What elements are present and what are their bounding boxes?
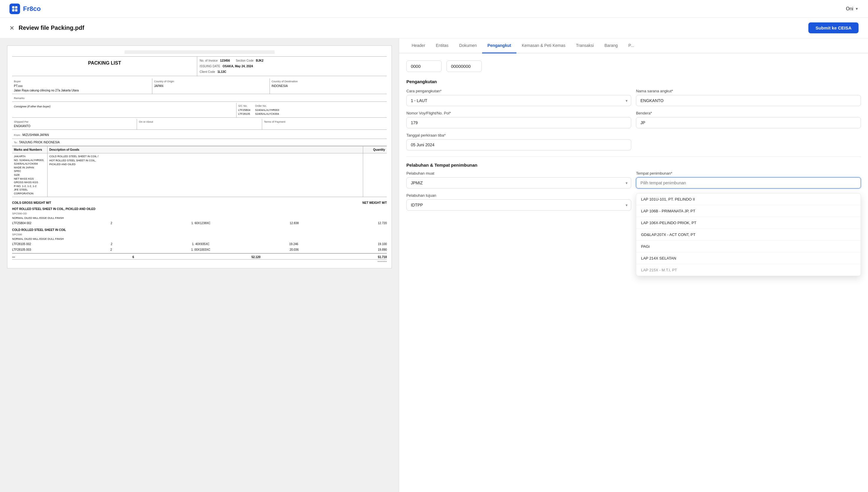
terms-label: Terms of Payment bbox=[264, 120, 385, 124]
page-title: Review file Packing.pdf bbox=[19, 24, 84, 31]
sc-1: LTF25B04 bbox=[238, 108, 250, 113]
svg-rect-1 bbox=[15, 6, 18, 8]
sc-no-cell: S/C No. LTF25B04 LTF28105 Order No. S240… bbox=[236, 103, 387, 117]
coil-row-2a: LTF28105 002 2 1. 40X935XC 19.246 19.100 bbox=[12, 242, 387, 246]
doc-buyer-row: Buyer PT.xxx Jalan Raya cakung cilincing… bbox=[12, 78, 387, 94]
marks-text: JAKARTA NO. S2404ALALYHR003, S2405ALALYC… bbox=[12, 153, 48, 197]
logo-icon bbox=[9, 3, 20, 14]
dropdown-item-3[interactable]: GD&LAP.207X - ACT CONT, PT bbox=[636, 229, 861, 241]
tab-pengangkut[interactable]: Pengangkut bbox=[482, 38, 516, 53]
total-qty: 6 bbox=[133, 255, 134, 259]
tujuan-field: Pelabuhan tujuan IDTPP ▾ bbox=[406, 193, 631, 276]
tab-dokumen[interactable]: Dokumen bbox=[454, 38, 482, 53]
top-fields-row: 0000 00000000 bbox=[406, 60, 861, 72]
coil-code-2a: LTF28105 002 bbox=[12, 242, 31, 246]
user-name: Oni bbox=[846, 6, 853, 11]
pelabuhan-section: Pelabuhan & Tempat penimbunan Pelabuhan … bbox=[406, 163, 861, 276]
order-1: S2404ALALYHR003 bbox=[255, 108, 279, 113]
cara-select-wrapper: 1 - LAUT ▾ bbox=[406, 95, 631, 106]
buyer-cell: Buyer PT.xxx Jalan Raya cakung cilincing… bbox=[12, 78, 153, 94]
sc-label: S/C No. bbox=[238, 104, 250, 108]
nw-header-label: NET WEIGHT M/T bbox=[362, 201, 387, 205]
shipped-per-cell: Shipped Per ENGKANTO bbox=[12, 119, 137, 130]
tanggal-input[interactable] bbox=[406, 139, 631, 150]
consignee-label: Consignee (if other than buyer) bbox=[14, 105, 50, 108]
tab-kemasan[interactable]: Kemasan & Peti Kemas bbox=[516, 38, 571, 53]
nama-angkut-field: Nama sarana angkut* bbox=[636, 89, 861, 106]
cara-select[interactable]: 1 - LAUT bbox=[406, 95, 631, 106]
total-nw: 51.710 bbox=[378, 255, 387, 259]
dropdown-item-2[interactable]: LAP 106X-PELINDO PRIOK, PT bbox=[636, 217, 861, 229]
coil-nw-2b: 19.890 bbox=[378, 247, 387, 252]
form-panel: Header Entitas Dokumen Pengangkut Kemasa… bbox=[399, 38, 868, 492]
doc-title: PACKING LIST bbox=[12, 57, 197, 76]
tanggal-field: Tanggal perkiraan tiba* bbox=[406, 133, 631, 150]
order-label: Order No. bbox=[255, 104, 279, 108]
doc-ship-row: Shipped Per ENGKANTO On or About Terms o… bbox=[12, 119, 387, 130]
tempat-input[interactable] bbox=[636, 177, 861, 189]
nama-input[interactable] bbox=[636, 95, 861, 106]
cara-label: Cara pengangkutan* bbox=[406, 89, 631, 93]
coil-qty-2a: 2 bbox=[111, 242, 113, 246]
svg-rect-0 bbox=[12, 6, 15, 8]
to-value: TANJUNG PRIOK INDONESIA bbox=[19, 141, 60, 144]
from-label: From : bbox=[14, 133, 22, 137]
logo[interactable]: Fr8co bbox=[9, 3, 41, 14]
coils-header: COILS GROSS WEIGHT M/T NET WEIGHT M/T bbox=[12, 201, 387, 205]
tempat-dropdown-container: LAP 101U-101, PT. PELINDO II LAP 106B - … bbox=[636, 193, 861, 276]
tab-entitas[interactable]: Entitas bbox=[430, 38, 454, 53]
submit-button[interactable]: Submit ke CEISA bbox=[808, 22, 859, 33]
coil-size-2b: 1. 00X1003XC bbox=[191, 247, 211, 252]
dropdown-item-0[interactable]: LAP 101U-101, PT. PELINDO II bbox=[636, 194, 861, 205]
coil-size-2a: 1. 40X935XC bbox=[192, 242, 210, 246]
buyer-label: Buyer bbox=[14, 80, 150, 84]
field-2[interactable]: 00000000 bbox=[446, 60, 482, 72]
nomor-field: Nomor Voy/Flight/No. Pol* bbox=[406, 111, 631, 128]
nama-label: Nama sarana angkut* bbox=[636, 89, 861, 93]
pengangkutan-grid: Cara pengangkutan* 1 - LAUT ▾ Nama saran… bbox=[406, 89, 861, 150]
dropdown-item-5[interactable]: LAP 214X SELATAN bbox=[636, 252, 861, 264]
tujuan-select[interactable]: IDTPP bbox=[406, 199, 631, 211]
cara-pengangkutan-field: Cara pengangkutan* 1 - LAUT ▾ bbox=[406, 89, 631, 106]
dropdown-item-1[interactable]: LAP 106B - PRIMANATA JP, PT bbox=[636, 205, 861, 217]
coil-size-1: 1. 60X1238XC bbox=[191, 221, 211, 225]
nomor-input[interactable] bbox=[406, 117, 631, 128]
dropdown-item-4[interactable]: PAGi bbox=[636, 241, 861, 252]
dropdown-item-6[interactable]: LAP 215X - M.T.I, PT bbox=[636, 264, 861, 276]
country-dest-value: INDONESIA bbox=[272, 84, 385, 88]
doc-marks-content: JAKARTA NO. S2404ALALYHR003, S2405ALALYC… bbox=[12, 153, 387, 197]
doc-total-row: — 6 52.120 51.710 bbox=[12, 253, 387, 259]
user-menu[interactable]: Oni ▼ bbox=[846, 6, 859, 11]
doc-meta: No. of Invoice 123456 Section Code BJK2 … bbox=[197, 57, 387, 76]
doc-table-header: Marks and Numbers Description of Goods Q… bbox=[12, 146, 387, 153]
on-about-label: On or About bbox=[139, 120, 260, 124]
qty-text bbox=[363, 153, 387, 197]
consignee-cell: Consignee (if other than buyer) bbox=[12, 103, 236, 117]
tab-header[interactable]: Header bbox=[406, 38, 430, 53]
top-nav: Fr8co Oni ▼ bbox=[0, 0, 868, 18]
coil-qty-2b: 2 bbox=[111, 247, 112, 252]
tanggal-label: Tanggal perkiraan tiba* bbox=[406, 133, 631, 138]
coil-gw-2b: 20.036 bbox=[290, 247, 299, 252]
doc-client-row: Client Code 1L13C bbox=[200, 70, 384, 74]
coil-gw-2a: 19.246 bbox=[289, 242, 298, 246]
bendera-input[interactable] bbox=[636, 117, 861, 128]
muat-select[interactable]: JPMIZ bbox=[406, 177, 631, 189]
close-button[interactable]: ✕ bbox=[9, 25, 15, 31]
field-1[interactable]: 0000 bbox=[406, 60, 442, 72]
tab-transaksi[interactable]: Transaksi bbox=[571, 38, 599, 53]
section-value: BJK2 bbox=[256, 58, 264, 63]
pengangkutan-title: Pengangkutan bbox=[406, 79, 861, 84]
doc-date-row: ISSUING DATE OSAKA, May 24, 2024 bbox=[200, 64, 384, 69]
order-2: S2405ALALYCK004 bbox=[255, 112, 279, 116]
buyer-name: PT.xxx bbox=[14, 84, 150, 88]
date-label: ISSUING DATE bbox=[200, 64, 220, 69]
tab-barang[interactable]: Barang bbox=[599, 38, 623, 53]
tab-more[interactable]: P... bbox=[623, 38, 639, 53]
coil-row-2b: LTF28105 003 2 1. 00X1003XC 20.036 19.89… bbox=[12, 247, 387, 252]
form-content: 0000 00000000 Pengangkutan Cara pengangk… bbox=[399, 53, 868, 294]
tab-bar: Header Entitas Dokumen Pengangkut Kemasa… bbox=[399, 38, 868, 53]
remarks-label: Remarks bbox=[14, 96, 385, 101]
bendera-label: Bendera* bbox=[636, 111, 861, 115]
doc-remarks-row: Remarks bbox=[12, 95, 387, 102]
